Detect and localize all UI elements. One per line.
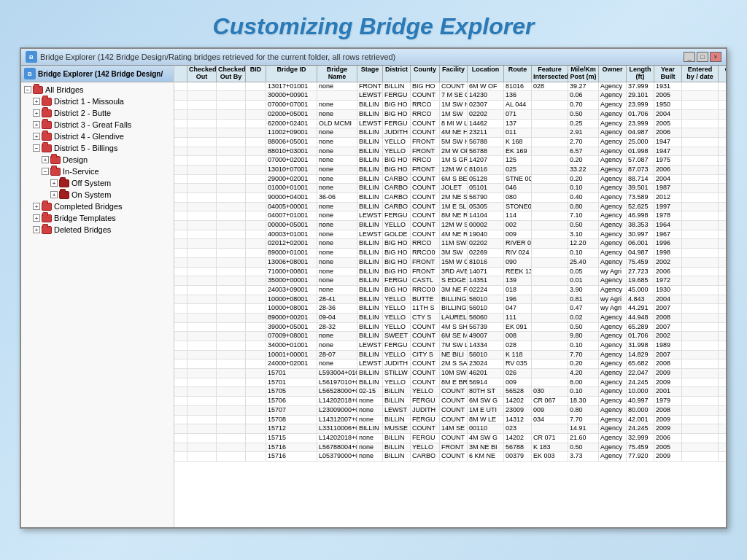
table-row[interactable]: 15716L56788004+03001noneBILLINYELLOFRONT… <box>174 443 726 453</box>
table-row[interactable]: 15706L14202018+00001noneBILLINFERGUCOUNT… <box>174 397 726 406</box>
sidebar-item-district2[interactable]: + District 2 - Butte <box>21 107 174 119</box>
expand-icon-templates[interactable]: + <box>33 214 40 222</box>
cell-county: FRONT <box>411 258 440 267</box>
table-row[interactable]: 07000+02001noneBILLINBIG HORRCO1M S GR14… <box>174 156 726 166</box>
grid-body[interactable]: 13017+01001noneFRONTBILLINBIG HOCOUNT6M … <box>174 82 726 527</box>
cell-route: 046 <box>504 184 532 192</box>
expand-icon-district2[interactable]: + <box>33 109 40 117</box>
table-row[interactable]: 15712L33110006+01611BILLINMUSSECOUNT14M … <box>174 424 726 434</box>
table-row[interactable]: 24003+09001noneBILLINBIG HORRCO03M NE F0… <box>174 286 726 295</box>
cell-owner: Agency <box>599 166 627 174</box>
cell-location: 23024 <box>468 359 504 368</box>
sidebar-item-district5[interactable]: − District 5 - Billings <box>21 142 174 154</box>
table-row[interactable]: 04007+01001noneLEWSTFERGUCOUNT8M NE R141… <box>174 211 726 221</box>
cell-qc <box>719 276 726 285</box>
cell-owner: Agency <box>599 230 627 239</box>
table-row[interactable]: 07009+08001noneBILLINSWEETCOUNT6M SE M49… <box>174 332 726 341</box>
table-row[interactable]: 02000+05001noneBILLINBIG HORRCO1M SW0220… <box>174 110 726 120</box>
grid-header-row: Checked Out Checked Out By BID Bridge ID… <box>174 66 726 82</box>
sidebar-item-completed[interactable]: + Completed Bridges <box>21 201 174 212</box>
expand-icon-district1[interactable]: + <box>33 98 40 105</box>
sidebar-item-deleted[interactable]: + Deleted Bridges <box>21 224 174 236</box>
sidebar-item-district1[interactable]: + District 1 - Missoula <box>21 96 174 107</box>
sidebar-item-templates[interactable]: + Bridge Templates <box>21 212 174 224</box>
table-row[interactable]: 88006+05001noneBILLINYELLOFRONT5M SW H56… <box>174 138 726 147</box>
table-row[interactable]: 00000+05001noneBILLINYELLOCOUNT12M W S00… <box>174 221 726 230</box>
table-row[interactable]: 88010+03001noneBILLINYELLOFRONT2M W OF56… <box>174 147 726 157</box>
cell-owner: Agency <box>599 443 627 452</box>
table-row[interactable]: 15705L56528000+0100102-15BILLINYELLOCOUN… <box>174 387 726 397</box>
page-title: Customizing Bridge Explorer <box>213 0 535 47</box>
cell-feature <box>532 91 568 100</box>
table-row[interactable]: 71000+00801noneBILLINBIG HOFRONT3RD AVE1… <box>174 268 726 277</box>
cell-entered <box>682 230 719 239</box>
table-row[interactable]: 07000+07001noneBILLINBIG HORRCO1M SW H02… <box>174 101 726 110</box>
cell-county: COUNT <box>411 332 440 341</box>
col-header-length: Length (ft) <box>627 66 654 82</box>
table-row[interactable]: 89000+01001noneBILLINBIG HORRCO03M SW022… <box>174 249 726 258</box>
sidebar-item-district4[interactable]: + District 4 - Glendive <box>21 131 174 142</box>
cell-mile: 2.70 <box>568 138 599 147</box>
table-row[interactable]: 10000+0800128-36BILLINYELLO11TH SBILLING… <box>174 304 726 314</box>
table-row[interactable]: 39000+0500128-32BILLINYELLOCOUNT4M S SH5… <box>174 323 726 332</box>
table-row[interactable]: 15701L593004+01001BILLINSTILLWCOUNT10M S… <box>174 369 726 378</box>
sidebar-item-district3[interactable]: + District 3 - Great Falls <box>21 119 174 131</box>
table-row[interactable]: 10000+0800128-41BILLINYELLOBUTTEBILLINGS… <box>174 295 726 305</box>
table-row[interactable]: 15707L23009000+08001noneLEWSTJUDITHCOUNT… <box>174 406 726 416</box>
cell-checkbox <box>174 268 187 276</box>
table-row[interactable]: 62000+02401OLD MCMILEWSTFERGUCOUNT8 MI W… <box>174 120 726 129</box>
minimize-button[interactable]: _ <box>684 52 695 62</box>
cell-qc <box>719 387 726 396</box>
cell-owner: Agency <box>599 239 627 248</box>
cell-facility: BILLINGS <box>440 304 468 313</box>
maximize-button[interactable]: □ <box>697 52 708 62</box>
table-row[interactable]: 13017+01001noneFRONTBILLINBIG HOCOUNT6M … <box>174 82 726 92</box>
table-row[interactable]: 02012+02001noneBILLINBIG HORRCO11M SW022… <box>174 239 726 249</box>
expand-icon-district5[interactable]: − <box>33 144 40 152</box>
sidebar-item-inservice[interactable]: − In-Service <box>21 166 174 177</box>
table-row[interactable]: 15716L05379000+01001noneBILLINCARBOCOUNT… <box>174 452 726 462</box>
table-row[interactable]: 10001+0000128-07BILLINYELLOCITY SNE BILI… <box>174 351 726 360</box>
table-row[interactable]: 04005+00001noneBILLINCARBOCOUNT1M E SL05… <box>174 203 726 212</box>
cell-qc <box>719 369 726 378</box>
expand-icon-offsystem[interactable]: + <box>50 179 58 187</box>
cell-stage: BILLIN <box>357 249 383 257</box>
table-row[interactable]: 13010+07001noneBILLINBIG HOFRONT12M W O8… <box>174 166 726 175</box>
expand-icon-all-bridges[interactable]: − <box>24 86 31 93</box>
table-row[interactable]: 13006+08001noneBILLINBIG HOFRONT15M W O8… <box>174 258 726 268</box>
sidebar-label-templates: Bridge Templates <box>54 214 116 222</box>
table-row[interactable]: 34000+01001noneLEWSTFERGUCOUNT7M SW L143… <box>174 341 726 351</box>
table-row[interactable]: 30000+00901LEWSTFERGUCOUNT7 M SE G142301… <box>174 91 726 101</box>
cell-feature: CR 071 <box>532 434 568 443</box>
table-row[interactable]: 15715L14202018+00001noneBILLINFERGUCOUNT… <box>174 434 726 443</box>
table-row[interactable]: 15701L56197010+00561BILLINYELLOCOUNT8M E… <box>174 378 726 388</box>
expand-icon-design[interactable]: + <box>42 156 49 163</box>
table-row[interactable]: 35000+00001noneBILLINFERGUCASTLS EDGE143… <box>174 276 726 286</box>
cell-checked-by <box>217 341 246 350</box>
table-row[interactable]: 89000+0020109-04BILLINYELLOCTY SLAUREL56… <box>174 314 726 323</box>
table-row[interactable]: 90000+0400136-06BILLINCARBOCOUNT2M NE S5… <box>174 193 726 203</box>
cell-district: FERGU <box>383 341 411 350</box>
sidebar-item-onsystem[interactable]: + On System <box>21 189 174 201</box>
table-row[interactable]: 01000+01001noneBILLINCARBOCOUNTJOLET0510… <box>174 184 726 193</box>
cell-stage: BILLIN <box>357 286 383 295</box>
cell-bridge-name: none <box>317 221 357 230</box>
table-row[interactable]: 11002+09001noneBILLINJUDITHCOUNT4M NE H2… <box>174 128 726 138</box>
expand-icon-completed[interactable]: + <box>33 203 40 210</box>
close-button[interactable]: × <box>710 52 721 62</box>
sidebar-item-all-bridges[interactable]: − All Bridges <box>21 84 174 96</box>
table-row[interactable]: 29000+02001noneBILLINCARBOCOUNT6M S BE05… <box>174 175 726 184</box>
expand-icon-deleted[interactable]: + <box>33 226 40 233</box>
col-header-bridge-id: Bridge ID <box>266 66 317 82</box>
table-row[interactable]: 24000+02001noneLEWSTJUDITHCOUNT2M S SA23… <box>174 359 726 369</box>
table-row[interactable]: 40003+01001noneLEWSTGOLDECOUNT4M NE R190… <box>174 230 726 240</box>
sidebar-item-design[interactable]: + Design <box>21 154 174 166</box>
table-row[interactable]: 15708L14312007+07001noneBILLINFERGUCOUNT… <box>174 416 726 425</box>
cell-facility: 1M SW <box>440 110 468 119</box>
expand-icon-district3[interactable]: + <box>33 121 40 128</box>
cell-county: YELLO <box>411 387 440 396</box>
expand-icon-inservice[interactable]: − <box>42 168 49 175</box>
expand-icon-district4[interactable]: + <box>33 133 40 140</box>
expand-icon-onsystem[interactable]: + <box>50 191 58 198</box>
sidebar-item-offsystem[interactable]: + Off System <box>21 177 174 189</box>
